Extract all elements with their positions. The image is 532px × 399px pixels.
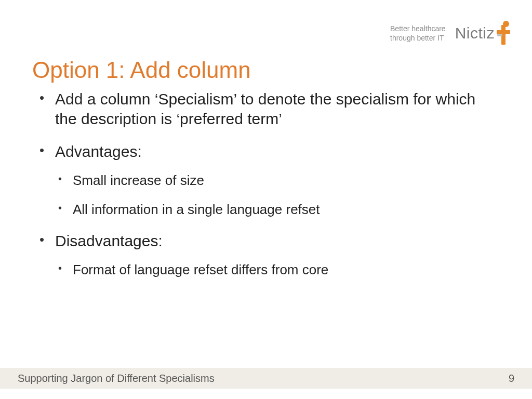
slide-title: Option 1: Add column — [32, 57, 251, 83]
footer: Supporting Jargon of Different Specialis… — [0, 368, 532, 389]
tagline-line-1: Better healthcare — [390, 24, 446, 33]
bullet-2: Advantages: Small increase of size All i… — [36, 142, 494, 219]
logo: Nictiz — [455, 21, 511, 46]
bullet-list: Add a column ‘Specialism’ to denote the … — [36, 89, 494, 279]
bullet-3-sublist: Format of language refset differs from c… — [55, 261, 494, 279]
footer-title: Supporting Jargon of Different Specialis… — [18, 373, 215, 384]
bullet-2-sublist: Small increase of size All information i… — [55, 172, 494, 219]
bullet-2-sub-2: All information in a single language ref… — [55, 201, 494, 219]
bullet-3-sub-1: Format of language refset differs from c… — [55, 261, 494, 279]
bullet-2-label: Advantages: — [55, 143, 142, 160]
tagline-line-2: through better IT — [390, 33, 446, 43]
bullet-3: Disadvantages: Format of language refset… — [36, 231, 494, 279]
tagline: Better healthcare through better IT — [390, 24, 446, 43]
bullet-2-sub-1: Small increase of size — [55, 172, 494, 190]
content: Add a column ‘Specialism’ to denote the … — [36, 89, 494, 291]
page-number: 9 — [509, 373, 514, 384]
bullet-1: Add a column ‘Specialism’ to denote the … — [36, 89, 494, 129]
header: Better healthcare through better IT Nict… — [390, 21, 511, 46]
slide: Better healthcare through better IT Nict… — [0, 0, 532, 399]
logo-mark-icon — [496, 21, 511, 46]
bullet-3-label: Disadvantages: — [55, 232, 163, 249]
logo-text: Nictiz — [455, 24, 495, 42]
